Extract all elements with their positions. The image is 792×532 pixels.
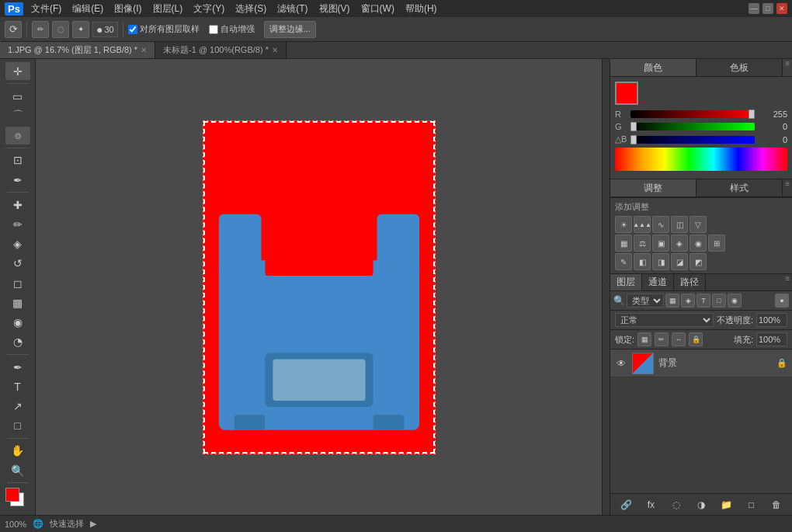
tool-icon-1[interactable]: ⟳	[5, 21, 22, 38]
minimize-button[interactable]: —	[749, 3, 759, 14]
adj-threshold[interactable]: ◧	[634, 253, 651, 270]
tool-icon-3[interactable]: ◌	[52, 21, 69, 38]
tab-2-close[interactable]: ✕	[272, 46, 278, 54]
menu-view[interactable]: 视图(V)	[314, 1, 355, 17]
tool-crop[interactable]: ⊡	[5, 151, 30, 169]
fill-input[interactable]	[756, 332, 787, 346]
tab-adjustments[interactable]: 调整	[610, 179, 696, 196]
tool-marquee[interactable]: ▭	[5, 87, 30, 105]
adj-selective-color[interactable]: ◪	[671, 253, 688, 270]
green-thumb[interactable]	[630, 122, 637, 131]
tool-lasso[interactable]: ⌒	[5, 106, 30, 124]
tool-icon-2[interactable]: ✏	[32, 21, 49, 38]
link-layers-button[interactable]: 🔗	[618, 497, 634, 513]
tool-eraser[interactable]: ◻	[5, 274, 30, 292]
adj-balance[interactable]: ⚖	[634, 235, 651, 252]
tool-text[interactable]: T	[5, 377, 30, 395]
layers-panel-menu[interactable]: ≡	[783, 274, 792, 290]
layer-filter-pixel[interactable]: ▦	[665, 294, 679, 308]
tab-styles[interactable]: 样式	[696, 179, 783, 196]
layer-filter-adj[interactable]: ◈	[681, 294, 695, 308]
brush-size-box[interactable]: ● 30	[92, 22, 118, 37]
checkbox-all-layers[interactable]: 对所有图层取样	[128, 23, 200, 35]
foreground-swatch[interactable]	[615, 82, 638, 105]
tool-move[interactable]: ✛	[5, 62, 30, 80]
window-controls[interactable]: — □ ✕	[749, 3, 787, 14]
panel-resize-handle[interactable]: ⋮	[602, 59, 610, 515]
panel-menu-arrow[interactable]: ≡	[783, 59, 792, 76]
tab-paths[interactable]: 路径	[674, 274, 706, 290]
adj-bw[interactable]: ▣	[652, 235, 669, 252]
status-arrow[interactable]: ▶	[90, 519, 96, 529]
checkbox-auto-enhance[interactable]: 自动增强	[209, 23, 255, 35]
tool-eyedropper[interactable]: ✒	[5, 171, 30, 189]
tool-clone[interactable]: ◈	[5, 235, 30, 253]
layer-filter-toggle[interactable]: ●	[775, 294, 789, 308]
tool-history-brush[interactable]: ↺	[5, 255, 30, 273]
blend-mode-select[interactable]: 正常	[615, 313, 714, 327]
blue-track[interactable]	[630, 136, 755, 144]
maximize-button[interactable]: □	[762, 3, 773, 14]
adj-invert[interactable]: ✎	[615, 253, 632, 270]
delete-layer-button[interactable]: 🗑	[769, 497, 784, 513]
tool-blur[interactable]: ◉	[5, 314, 30, 332]
menu-layer[interactable]: 图层(L)	[148, 1, 188, 17]
blue-thumb[interactable]	[630, 135, 637, 144]
red-thumb[interactable]	[749, 110, 755, 119]
close-button[interactable]: ✕	[776, 3, 787, 14]
tab-color[interactable]: 颜色	[610, 59, 696, 76]
adj-photo-filter[interactable]: ◈	[671, 235, 688, 252]
adj-posterize[interactable]: ⊞	[708, 235, 725, 252]
tab-2[interactable]: 未标题-1 @ 100%(RGB/8) * ✕	[155, 42, 287, 58]
menu-image[interactable]: 图像(I)	[109, 1, 146, 17]
menu-edit[interactable]: 编辑(E)	[68, 1, 108, 17]
layer-type-select[interactable]: 类型	[627, 294, 664, 308]
foreground-color-chip[interactable]	[5, 488, 19, 502]
tool-shape[interactable]: □	[5, 417, 30, 435]
tool-quick-select[interactable]: ⌾	[5, 127, 30, 144]
adj-channel-mixer[interactable]: ◉	[690, 235, 707, 252]
tab-1-close[interactable]: ✕	[141, 46, 147, 54]
menu-help[interactable]: 帮助(H)	[401, 1, 442, 17]
menu-window[interactable]: 窗口(W)	[356, 1, 399, 17]
menu-select[interactable]: 选择(S)	[231, 1, 271, 17]
menu-filter[interactable]: 滤镜(T)	[273, 1, 312, 17]
color-spectrum[interactable]	[615, 148, 787, 171]
tool-pen[interactable]: ✒	[5, 358, 30, 376]
green-track[interactable]	[630, 123, 755, 130]
layer-filter-smart[interactable]: ◉	[728, 294, 742, 308]
tab-swatches[interactable]: 色板	[696, 59, 783, 76]
layer-filter-shape[interactable]: □	[712, 294, 726, 308]
adj-curves[interactable]: ∿	[652, 216, 669, 233]
lock-lock[interactable]: 🔒	[689, 332, 703, 346]
menu-text[interactable]: 文字(Y)	[189, 1, 229, 17]
lock-all[interactable]: ↔	[672, 332, 686, 346]
layer-item-background[interactable]: 👁 背景 🔒	[610, 349, 792, 377]
add-mask-button[interactable]: ◌	[669, 497, 684, 513]
adj-brightness[interactable]: ☀	[615, 216, 632, 233]
layer-filter-text[interactable]: T	[696, 294, 710, 308]
new-group-button[interactable]: 📁	[718, 497, 734, 513]
adj-panel-menu[interactable]: ≡	[783, 179, 792, 196]
adj-gradient-map[interactable]: ◨	[652, 253, 669, 270]
tab-1[interactable]: 1.JPG @ 16.7% (图层 1, RGB/8) * ✕	[0, 42, 155, 58]
lock-pixels[interactable]: ▦	[637, 332, 651, 346]
checkbox-all-layers-input[interactable]	[128, 25, 137, 34]
canvas-area[interactable]	[36, 59, 602, 515]
tool-hand[interactable]: ✋	[5, 442, 30, 460]
tool-zoom[interactable]: 🔍	[5, 461, 30, 479]
adj-5[interactable]: ◩	[690, 253, 707, 270]
tool-icon-4[interactable]: ✦	[72, 21, 89, 38]
red-track[interactable]	[630, 110, 755, 118]
add-style-button[interactable]: fx	[643, 497, 658, 513]
tool-gradient[interactable]: ▦	[5, 294, 30, 311]
tab-channels[interactable]: 通道	[642, 274, 674, 290]
adj-levels[interactable]: ▲▲▲	[634, 216, 651, 233]
lock-position[interactable]: ✏	[655, 332, 669, 346]
checkbox-auto-enhance-input[interactable]	[209, 25, 218, 34]
adj-exposure[interactable]: ◫	[671, 216, 688, 233]
menu-file[interactable]: 文件(F)	[26, 1, 66, 17]
tab-layers[interactable]: 图层	[610, 274, 642, 290]
layer-visibility-toggle[interactable]: 👁	[615, 357, 627, 370]
adj-triangle[interactable]: ▽	[690, 216, 707, 233]
